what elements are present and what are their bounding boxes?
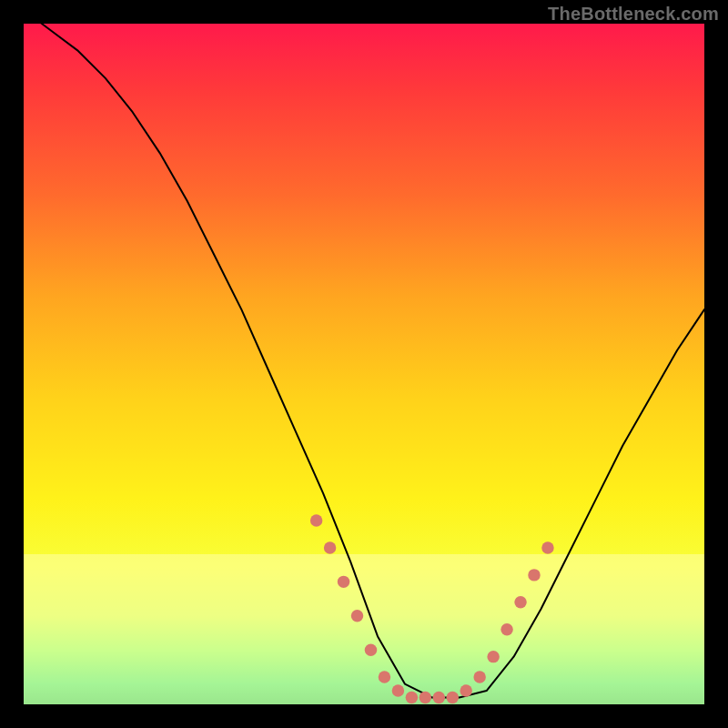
highlight-points-group [310, 514, 554, 703]
highlight-point [324, 541, 336, 553]
highlight-point [500, 623, 512, 635]
highlight-point [379, 671, 390, 682]
highlight-point [447, 692, 459, 703]
highlight-point [420, 692, 431, 703]
highlight-point [365, 643, 377, 655]
highlight-point [351, 610, 363, 622]
highlight-point [528, 569, 540, 581]
highlight-point [406, 692, 418, 703]
highlight-point [310, 514, 322, 526]
highlight-point [460, 684, 471, 696]
bottleneck-curve [24, 10, 704, 697]
highlight-point [541, 541, 553, 553]
highlight-point [514, 596, 526, 608]
highlight-point [338, 576, 349, 588]
highlight-point [392, 684, 404, 696]
plot-area [24, 24, 704, 704]
chart-container: TheBottleneck.com [0, 0, 728, 728]
highlight-point [487, 651, 499, 662]
watermark-text: TheBottleneck.com [548, 4, 719, 25]
chart-svg [24, 24, 704, 704]
highlight-point [433, 692, 445, 703]
highlight-point [473, 671, 485, 682]
